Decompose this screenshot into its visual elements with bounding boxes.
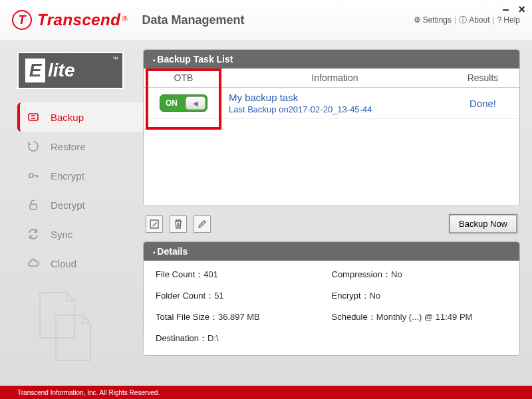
trademark-mark: ™ — [112, 56, 118, 63]
sidebar-item-restore[interactable]: Restore — [17, 132, 143, 161]
sidebar-item-label: Decrypt — [51, 200, 85, 211]
elite-logo-e: E — [25, 59, 45, 82]
backup-task-list-panel: Backup Task List OTB Information Results… — [143, 49, 520, 206]
brand-logo-icon: T — [12, 10, 32, 30]
detail-file-count: File Count：401 — [156, 269, 332, 281]
about-link[interactable]: ⓘAbout — [459, 15, 489, 26]
label: Folder Count： — [156, 291, 214, 301]
task-name: My backup task — [229, 92, 298, 103]
task-row[interactable]: ON ◄ My backup task Last Backup on2017-0… — [144, 88, 519, 119]
sidebar: Elite™ Backup Restore Encrypt Decrypt — [0, 40, 143, 386]
label: Encrypt： — [332, 291, 370, 301]
settings-label: Settings — [423, 15, 452, 25]
sidebar-item-cloud[interactable]: Cloud — [17, 249, 143, 278]
minimize-button[interactable]: – — [502, 3, 509, 17]
panel-title: Backup Task List — [144, 50, 519, 68]
gear-icon: ⚙ — [414, 15, 421, 25]
sidebar-item-label: Backup — [51, 112, 84, 123]
detail-destination: Destination：D:\ — [156, 332, 507, 344]
separator: | — [493, 15, 495, 25]
last-backup-prefix: Last Backup on — [229, 104, 289, 114]
close-button[interactable]: × — [518, 3, 525, 17]
detail-total-size: Total File Size：36.897 MB — [156, 311, 332, 323]
separator: | — [454, 15, 456, 25]
sidebar-item-label: Sync — [51, 229, 72, 240]
delete-task-button[interactable] — [170, 215, 187, 233]
unlock-icon — [27, 198, 40, 211]
otb-cell: ON ◄ — [144, 90, 223, 116]
sidebar-item-sync[interactable]: Sync — [17, 219, 143, 249]
label: Destination： — [156, 333, 207, 343]
task-table-header: OTB Information Results — [144, 68, 519, 88]
sidebar-item-encrypt[interactable]: Encrypt — [17, 161, 143, 190]
registered-mark: ® — [122, 15, 127, 23]
label: Compression： — [332, 269, 392, 279]
label: File Count： — [156, 269, 203, 279]
edit-task-button[interactable] — [194, 215, 211, 233]
help-label: Help — [503, 15, 520, 25]
detail-encrypt: Encrypt：No — [332, 290, 508, 302]
titlebar-controls: – × — [502, 3, 525, 17]
last-backup-time: 2017-02-20_13-45-44 — [289, 104, 372, 114]
task-list-body: OTB Information Results ON ◄ My backup — [144, 68, 519, 204]
detail-compression: Compression：No — [332, 269, 508, 281]
app-window: – × T Transcend® Data Management ⚙Settin… — [0, 0, 532, 399]
svg-rect-0 — [29, 114, 38, 120]
backup-icon — [27, 110, 40, 124]
new-task-button[interactable] — [146, 215, 163, 233]
value: 36.897 MB — [218, 312, 260, 322]
key-icon — [27, 169, 40, 182]
body: Elite™ Backup Restore Encrypt Decrypt — [0, 40, 532, 386]
footer: Transcend Information, Inc. All Rights R… — [0, 386, 532, 399]
info-cell: My backup task Last Backup on2017-02-20_… — [223, 88, 446, 118]
elite-logo: Elite™ — [17, 52, 124, 89]
brand: T Transcend® Data Management — [12, 10, 245, 30]
sidebar-nav: Backup Restore Encrypt Decrypt Sync — [17, 102, 143, 278]
footer-text: Transcend Information, Inc. All Rights R… — [17, 389, 160, 396]
sidebar-item-label: Cloud — [51, 258, 76, 269]
restore-icon — [27, 140, 40, 153]
toggle-knob-icon: ◄ — [186, 96, 205, 110]
task-last-backup: Last Backup on2017-02-20_13-45-44 — [229, 104, 372, 114]
label: Total File Size： — [156, 312, 218, 322]
about-label: About — [469, 15, 489, 25]
value: No — [391, 269, 402, 279]
sidebar-item-backup[interactable]: Backup — [17, 102, 143, 132]
settings-link[interactable]: ⚙Settings — [414, 15, 452, 25]
task-toolbar: Backup Now — [143, 213, 520, 235]
backup-now-button[interactable]: Backup Now — [449, 214, 517, 233]
sidebar-item-decrypt[interactable]: Decrypt — [17, 190, 143, 219]
toggle-on-label: ON — [166, 98, 178, 108]
col-header-otb: OTB — [144, 68, 223, 87]
svg-point-1 — [29, 174, 33, 178]
value: No — [370, 291, 381, 301]
detail-folder-count: Folder Count：51 — [156, 290, 332, 302]
cloud-icon — [27, 257, 40, 270]
sidebar-item-label: Encrypt — [51, 170, 84, 182]
result-cell: Done! — [446, 94, 519, 113]
task-result: Done! — [469, 98, 496, 109]
header: T Transcend® Data Management ⚙Settings |… — [0, 0, 532, 40]
details-panel: Details File Count：401 Compression：No Fo… — [143, 241, 520, 356]
col-header-results: Results — [446, 68, 519, 87]
app-subtitle: Data Management — [142, 13, 245, 27]
detail-schedule: Schedule：Monthly (...) @ 11:49 PM — [332, 311, 508, 323]
elite-logo-text: lite — [48, 60, 74, 81]
value: Monthly (...) @ 11:49 PM — [376, 312, 473, 322]
svg-rect-2 — [30, 204, 37, 209]
label: Schedule： — [332, 312, 376, 322]
background-docs-icon — [27, 286, 106, 366]
sync-icon — [27, 227, 40, 241]
otb-toggle[interactable]: ON ◄ — [160, 94, 207, 112]
help-icon: ? — [497, 15, 502, 25]
panel-title: Details — [144, 242, 519, 261]
col-header-info: Information — [223, 68, 446, 87]
value: D:\ — [207, 333, 219, 343]
help-link[interactable]: ?Help — [497, 15, 520, 25]
sidebar-item-label: Restore — [51, 141, 86, 152]
brand-name: Transcend — [37, 11, 120, 29]
value: 51 — [214, 291, 223, 301]
value: 401 — [203, 269, 218, 279]
details-body: File Count：401 Compression：No Folder Cou… — [144, 261, 519, 355]
content: Backup Task List OTB Information Results… — [143, 40, 532, 386]
